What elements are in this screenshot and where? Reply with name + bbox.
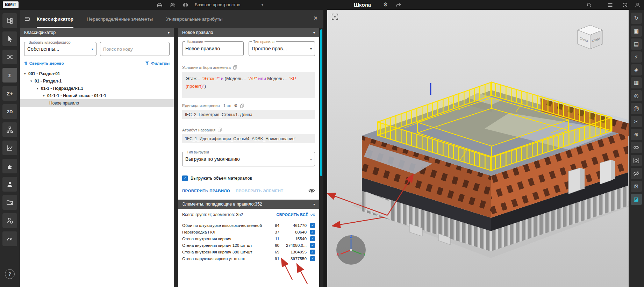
analytics-button[interactable] [2, 141, 17, 155]
clip-frame-button[interactable]: ⊠ [631, 181, 642, 192]
tab-universal-attributes[interactable]: Универсальные атрибуты [166, 10, 222, 28]
search-button[interactable] [586, 2, 592, 8]
element-row[interactable]: Стена внутренняя кирпич 380 шт-шт 69 130… [182, 249, 315, 255]
element-row[interactable]: Стена внутренняя кирпич 120 шт-шт 60 274… [182, 242, 315, 249]
preview-eye-button[interactable] [308, 187, 315, 194]
dashboard-button[interactable] [2, 231, 17, 246]
share-button[interactable] [395, 2, 401, 8]
rule-type-select[interactable]: Тип правила Простое прав... ▾ [249, 41, 315, 56]
tree-item-selected[interactable]: Новое правило [20, 99, 174, 107]
tabs: Классификатор Нераспределённые элементы … [20, 10, 323, 28]
tree-expand-icon[interactable]: ▾ [30, 79, 35, 83]
panel-scrollbar[interactable] [320, 29, 322, 176]
axis-gizmo[interactable]: Z X Y [335, 234, 367, 267]
unit-value-field[interactable]: IFC_2_Геометрия_Стены/1. Длина [182, 110, 315, 119]
tree-expand-icon[interactable]: ▾ [24, 72, 28, 76]
layers-button[interactable]: ▣ [631, 26, 642, 37]
view-2d-button[interactable]: 2D [2, 104, 17, 119]
collapse-tree-link[interactable]: ⇅ Свернуть дерево [24, 61, 64, 66]
alignment-button[interactable]: ⊕ [631, 129, 642, 140]
quick-actions-button[interactable]: ⚡ [631, 51, 642, 63]
element-checkbox[interactable]: ✓ [310, 243, 315, 248]
relations-button[interactable] [2, 50, 17, 64]
close-icon[interactable]: ✕ [313, 15, 318, 21]
element-row[interactable]: Перегородка ГКЛ 37 80640 ✓ [182, 229, 315, 235]
element-row[interactable]: Обои по штукатурке высококачественной 84… [182, 222, 315, 229]
section-button[interactable]: ✂ [631, 116, 642, 127]
materials-checkbox[interactable]: ✓ [182, 175, 188, 181]
team-icon[interactable] [169, 2, 176, 8]
element-checkbox[interactable]: ✓ [310, 223, 315, 228]
check-rule-button[interactable]: ПРОВЕРИТЬ ПРАВИЛО [182, 189, 230, 193]
app-logo[interactable]: BiMiT [3, 1, 19, 8]
view-cube[interactable]: Слева Сзади [572, 23, 608, 52]
condition-expression[interactable]: Этаж = "Этаж 2" и (Модель = "АР" или Мод… [182, 72, 315, 98]
copy-icon[interactable] [217, 128, 222, 132]
tree-expand-icon[interactable]: ▾ [37, 87, 41, 90]
model-structure-button[interactable] [2, 13, 17, 28]
tab-classifier[interactable]: Классификатор [37, 10, 73, 28]
export-type-select[interactable]: Тип выгрузки Выгрузка по умолчанию ▾ [182, 152, 315, 166]
tree-expand-icon[interactable]: ▾ [43, 94, 47, 98]
tree-item[interactable]: ▾ 01-1 - Подраздел-1.1 [20, 85, 174, 92]
visibility-button[interactable] [631, 142, 642, 153]
appearance-button[interactable]: ◪ [631, 194, 642, 205]
hierarchy-button[interactable] [2, 122, 17, 137]
menu-button[interactable] [607, 2, 613, 8]
attr-value-field[interactable]: 'IFC_1_Идентификация_Стены/4. ADSK_Наиме… [182, 134, 315, 143]
element-name: Стена наружная кирпич ут шт-шт [182, 256, 267, 261]
copy-icon[interactable] [240, 103, 244, 108]
reset-all-button[interactable]: СБРОСИТЬ ВСЁ [276, 213, 315, 217]
workspace-globe-icon[interactable] [182, 2, 188, 8]
shared-projects-button[interactable] [2, 195, 17, 210]
tab-unallocated-elements[interactable]: Нераспределённые элементы [87, 10, 153, 28]
viewport-3d[interactable]: Слева Сзади Z X Y [327, 10, 629, 287]
check-element-button[interactable]: ПРОВЕРИТЬ ЭЛЕМЕНТ [236, 189, 283, 193]
rule-section-header[interactable]: Новое правило ▾ [178, 28, 319, 37]
help-button[interactable]: ? [5, 269, 15, 279]
element-checkbox[interactable]: ✓ [310, 230, 315, 235]
profile-rail-button[interactable] [2, 177, 17, 192]
element-row[interactable]: Стена наружная кирпич ут шт-шт 91 397755… [182, 255, 315, 262]
classifier-select-value: Собственны... [27, 46, 59, 52]
target-icon: ◎ [634, 93, 638, 99]
element-checkbox[interactable]: ✓ [310, 250, 315, 254]
collaboration-button[interactable] [2, 213, 17, 228]
collapse-panel-button[interactable] [24, 16, 30, 23]
tree-item[interactable]: ▾ 01-1-1 - Новый класс - 01-1-1 [20, 92, 174, 99]
workspace-selector[interactable]: Базовое пространство ▾ [195, 2, 263, 7]
code-search-input[interactable] [103, 46, 166, 52]
projects-icon[interactable] [156, 2, 163, 8]
layers-icon: ▣ [634, 28, 639, 34]
element-checkbox[interactable]: ✓ [310, 236, 315, 241]
filters-link[interactable]: Фильтры [145, 61, 170, 65]
gear-icon[interactable]: ⚙ [234, 103, 238, 108]
element-checkbox[interactable]: ✓ [310, 256, 315, 261]
plan-mode-button[interactable]: Ⓟ [631, 103, 642, 114]
structure-tree-icon [6, 17, 13, 24]
classifier-add-button[interactable]: Σ+ [2, 86, 17, 101]
classifier-button[interactable]: Σ [2, 68, 17, 82]
history-button[interactable] [622, 2, 628, 8]
grid-button[interactable]: ▦ [631, 77, 642, 88]
isometric-button[interactable]: ◈ [631, 64, 642, 76]
tree-item[interactable]: ▾ 01 - Раздел-1 [20, 77, 174, 85]
code-search-field[interactable] [100, 42, 170, 56]
classifier-section-header[interactable]: Классификатор ▾ [20, 28, 174, 37]
classifier-select[interactable]: Выбрать классификатор Собственны... ▾ [24, 42, 96, 56]
focus-button[interactable]: ◎ [631, 90, 642, 101]
settings-gear-icon[interactable]: ⚙ [383, 1, 388, 8]
select-tool-button[interactable] [2, 31, 17, 46]
element-row[interactable]: Стена внутренняя кирпич 11 15540 ✓ [182, 235, 315, 242]
tree-item[interactable]: ▾ 001 - Раздел-01 [20, 70, 174, 77]
measure-button[interactable]: ▤ [631, 38, 642, 50]
hide-button[interactable] [631, 168, 642, 179]
elements-section-header[interactable]: Элементы, попадающие в правило:352 ▾ [178, 200, 319, 209]
profile-button[interactable] [634, 2, 641, 8]
plugins-button[interactable] [2, 159, 17, 173]
isolate-button[interactable] [631, 155, 642, 166]
orbit-button[interactable]: ↻ [631, 13, 642, 24]
element-name: Стена внутренняя кирпич 120 шт-шт [182, 243, 267, 248]
copy-icon[interactable] [233, 65, 237, 70]
rule-name-field[interactable]: Название Новое правило [182, 41, 244, 56]
